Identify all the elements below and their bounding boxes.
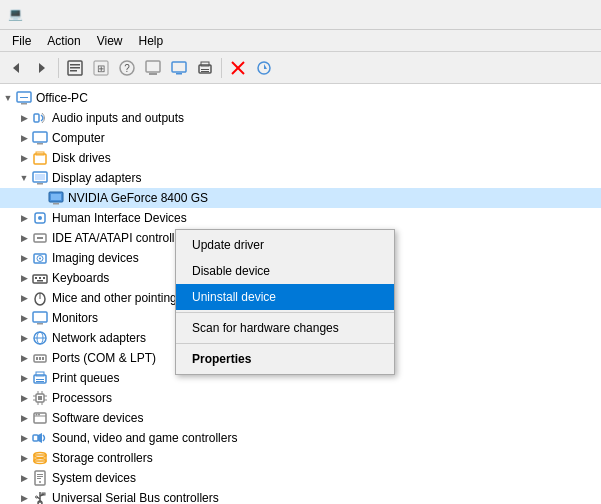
tree-item-icon-ide [32,230,48,246]
context-menu-item-properties[interactable]: Properties [176,346,394,372]
toolbar-sep-1 [58,58,59,78]
toolbar-properties[interactable] [63,56,87,80]
tree-expander [32,188,48,208]
tree-expander[interactable]: ▶ [16,348,32,368]
tree-expander[interactable]: ▶ [16,108,32,128]
svg-marker-1 [39,63,45,73]
tree-expander[interactable]: ▶ [16,388,32,408]
tree-item-computer[interactable]: ▶Computer [0,128,601,148]
tree-item-audio[interactable]: ▶Audio inputs and outputs [0,108,601,128]
tree-item-label-sound: Sound, video and game controllers [52,431,237,445]
tree-item-office-pc[interactable]: ▼Office-PC [0,88,601,108]
tree-item-label-audio: Audio inputs and outputs [52,111,184,125]
context-menu-item-disable-device[interactable]: Disable device [176,258,394,284]
context-menu: Update driverDisable deviceUninstall dev… [175,229,395,375]
svg-rect-3 [70,64,80,66]
menu-file[interactable]: File [4,32,39,50]
tree-item-display[interactable]: ▼Display adapters [0,168,601,188]
tree-item-icon-sound [32,430,48,446]
tree-expander[interactable]: ▶ [16,288,32,308]
svg-rect-46 [43,277,45,279]
svg-marker-21 [264,64,267,69]
main-content: ▼Office-PC▶Audio inputs and outputs▶Comp… [0,84,601,504]
tree-expander[interactable]: ▶ [16,308,32,328]
toolbar: ⊞ ? [0,52,601,84]
tree-item-icon-processors [32,390,48,406]
tree-item-icon-ports [32,350,48,366]
svg-rect-77 [33,435,38,441]
app-icon: 💻 [8,7,24,23]
menu-view[interactable]: View [89,32,131,50]
tree-expander[interactable]: ▶ [16,268,32,288]
svg-rect-25 [34,114,39,122]
tree-item-icon-monitors [32,310,48,326]
tree-expander[interactable]: ▼ [0,88,16,108]
context-menu-item-update-driver[interactable]: Update driver [176,232,394,258]
tree-expander[interactable]: ▶ [16,248,32,268]
tree-item-label-disk: Disk drives [52,151,111,165]
tree-item-icon-hid [32,210,48,226]
svg-rect-64 [38,396,42,400]
toolbar-scan-hw[interactable] [252,56,276,80]
svg-point-91 [36,496,38,498]
tree-item-icon-storage [32,450,48,466]
tree-expander[interactable]: ▶ [16,148,32,168]
tree-expander[interactable]: ▶ [16,128,32,148]
svg-rect-45 [39,277,41,279]
svg-text:⊞: ⊞ [97,63,105,74]
context-menu-item-uninstall-device[interactable]: Uninstall device [176,284,394,310]
title-bar: 💻 [0,0,601,30]
tree-item-sound[interactable]: ▶Sound, video and game controllers [0,428,601,448]
tree-item-storage[interactable]: ▶Storage controllers [0,448,601,468]
tree-item-icon-nvidia [48,190,64,206]
tree-expander[interactable]: ▶ [16,428,32,448]
svg-point-42 [39,258,41,260]
menu-help[interactable]: Help [131,32,172,50]
toolbar-monitor[interactable] [167,56,191,80]
tree-item-hid[interactable]: ▶Human Interface Devices [0,208,601,228]
svg-rect-13 [176,73,182,75]
tree-item-label-processors: Processors [52,391,112,405]
tree-item-software[interactable]: ▶Software devices [0,408,601,428]
tree-expander[interactable]: ▶ [16,448,32,468]
tree-item-system[interactable]: ▶System devices [0,468,601,488]
tree-item-nvidia[interactable]: NVIDIA GeForce 8400 GS [0,188,601,208]
tree-item-icon-keyboards [32,270,48,286]
toolbar-scan[interactable] [141,56,165,80]
svg-rect-17 [201,71,209,72]
tree-expander[interactable]: ▶ [16,208,32,228]
menu-action[interactable]: Action [39,32,88,50]
svg-rect-35 [53,203,59,205]
svg-rect-27 [37,143,43,145]
toolbar-help[interactable]: ? [115,56,139,80]
tree-item-icon-print [32,370,48,386]
tree-expander[interactable]: ▶ [16,488,32,504]
tree-expander[interactable]: ▶ [16,228,32,248]
toolbar-back[interactable] [4,56,28,80]
tree-item-usb[interactable]: ▶Universal Serial Bus controllers [0,488,601,504]
tree-expander[interactable]: ▶ [16,468,32,488]
tree-expander[interactable]: ▶ [16,408,32,428]
toolbar-printer[interactable] [193,56,217,80]
tree-item-label-display: Display adapters [52,171,141,185]
svg-rect-31 [37,183,43,185]
svg-rect-23 [21,103,27,105]
tree-item-processors[interactable]: ▶Processors [0,388,601,408]
svg-rect-39 [37,237,43,239]
tree-expander[interactable]: ▶ [16,368,32,388]
toolbar-disable[interactable] [226,56,250,80]
tree-item-label-software: Software devices [52,411,143,425]
tree-item-label-system: System devices [52,471,136,485]
svg-rect-34 [51,194,61,200]
toolbar-forward[interactable] [30,56,54,80]
tree-item-label-hid: Human Interface Devices [52,211,187,225]
context-menu-item-scan[interactable]: Scan for hardware changes [176,315,394,341]
tree-item-label-computer: Computer [52,131,105,145]
tree-expander[interactable]: ▼ [16,168,32,188]
svg-text:?: ? [124,63,130,74]
tree-expander[interactable]: ▶ [16,328,32,348]
toolbar-update-driver[interactable]: ⊞ [89,56,113,80]
tree-item-disk[interactable]: ▶Disk drives [0,148,601,168]
tree-item-label-storage: Storage controllers [52,451,153,465]
svg-rect-26 [33,132,47,142]
